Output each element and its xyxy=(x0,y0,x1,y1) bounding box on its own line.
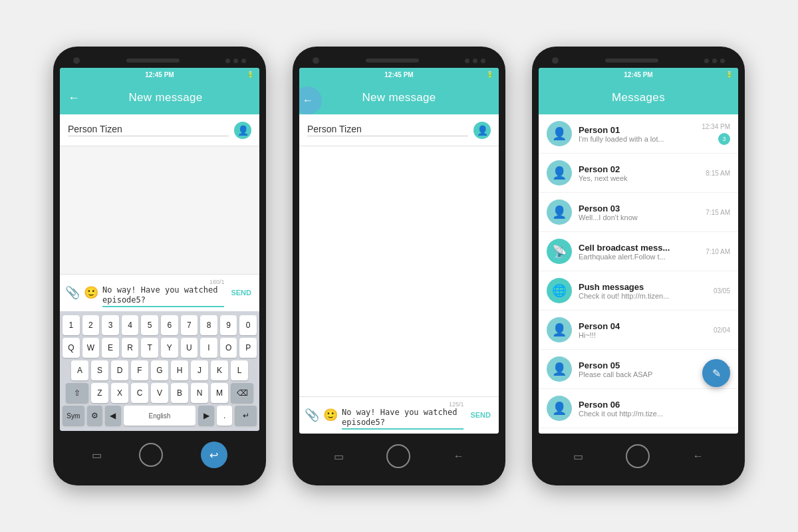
key-lang-arrow-right[interactable]: ▶ xyxy=(198,406,214,426)
key-n[interactable]: N xyxy=(191,383,208,403)
key-f[interactable]: F xyxy=(131,360,148,380)
key-w[interactable]: W xyxy=(82,338,100,358)
message-textarea-1[interactable]: No way! Have you watched episode5? xyxy=(102,285,224,307)
key-x[interactable]: X xyxy=(111,383,128,403)
compose-icon: ✎ xyxy=(712,367,721,380)
key-s[interactable]: S xyxy=(91,360,108,380)
message-textarea-2[interactable]: No way! Have you watched episode5? xyxy=(342,408,464,430)
message-input-2: 125/1 No way! Have you watched episode5? xyxy=(342,401,464,430)
list-item[interactable]: 📡 Cell broadcast mess... Earthquake aler… xyxy=(539,232,738,271)
kb-row-qwerty: Q W E R T Y U I O P xyxy=(63,338,257,358)
kb-row-numbers: 1 2 3 4 5 6 7 8 9 0 xyxy=(63,315,257,335)
key-r[interactable]: R xyxy=(122,338,139,358)
key-c[interactable]: C xyxy=(131,383,148,403)
key-h[interactable]: H xyxy=(171,360,188,380)
key-shift[interactable]: ⇧ xyxy=(66,383,88,403)
message-time: 02/04 xyxy=(714,327,730,334)
key-sym[interactable]: Sym xyxy=(63,406,84,426)
key-5[interactable]: 5 xyxy=(141,315,158,335)
home-btn-3[interactable] xyxy=(626,444,650,468)
send-button-1[interactable]: SEND xyxy=(228,286,254,299)
avatar: 👤 xyxy=(547,317,572,342)
key-4[interactable]: 4 xyxy=(122,315,139,335)
key-g[interactable]: G xyxy=(151,360,168,380)
message-meta: 12:34 PM 3 xyxy=(702,123,730,145)
globe-icon: 🌐 xyxy=(552,283,567,298)
key-i[interactable]: I xyxy=(200,338,217,358)
list-item[interactable]: 🌐 Push messages Check it out! http://m.t… xyxy=(539,271,738,311)
back-nav-btn-1[interactable]: ↩ xyxy=(201,442,227,468)
input-toolbar-2: 📎 🙂 125/1 No way! Have you watched episo… xyxy=(299,396,499,434)
list-item[interactable]: 👤 Person 04 Hi~!!! 02/04 xyxy=(539,311,738,350)
key-l[interactable]: L xyxy=(231,360,248,380)
recent-apps-btn-1[interactable]: ▭ xyxy=(92,449,102,462)
compose-fab[interactable]: ✎ xyxy=(702,359,730,387)
attach-icon-1[interactable]: 📎 xyxy=(65,285,80,300)
speaker-3 xyxy=(605,59,658,63)
avatar: 👤 xyxy=(547,160,572,186)
list-item[interactable]: 👤 Person 02 Yes, next week 8:15 AM xyxy=(539,154,738,193)
emoji-icon-1[interactable]: 🙂 xyxy=(84,285,98,300)
attach-icon-2[interactable]: 📎 xyxy=(305,408,319,422)
list-item[interactable]: 👤 Person 03 Well...I don't know 7:15 AM xyxy=(539,193,738,232)
key-j[interactable]: J xyxy=(191,360,208,380)
contact-icon-2[interactable]: 👤 xyxy=(473,122,491,139)
key-space[interactable]: English xyxy=(124,406,196,426)
key-period[interactable]: . xyxy=(217,406,233,426)
home-btn-2[interactable] xyxy=(386,444,410,468)
person-icon-1: 👤 xyxy=(237,125,249,136)
key-y[interactable]: Y xyxy=(161,338,178,358)
key-d[interactable]: D xyxy=(111,360,128,380)
key-p[interactable]: P xyxy=(239,338,257,358)
screen-title-3: Messages xyxy=(547,91,730,104)
person-icon: 👤 xyxy=(552,401,567,416)
contact-name: Cell broadcast mess... xyxy=(579,243,699,253)
key-1[interactable]: 1 xyxy=(63,315,80,335)
key-o[interactable]: O xyxy=(220,338,237,358)
key-7[interactable]: 7 xyxy=(181,315,198,335)
contact-icon-1[interactable]: 👤 xyxy=(234,122,251,139)
key-u[interactable]: U xyxy=(181,338,198,358)
key-z[interactable]: Z xyxy=(91,383,108,403)
back-button-1[interactable]: ← xyxy=(68,91,80,105)
key-q[interactable]: Q xyxy=(63,338,80,358)
person-icon: 👤 xyxy=(552,166,567,180)
recipient-input-1[interactable] xyxy=(68,124,229,136)
key-8[interactable]: 8 xyxy=(200,315,217,335)
contact-name: Person 06 xyxy=(579,400,724,410)
back-nav-btn-3[interactable]: ← xyxy=(693,450,704,462)
key-3[interactable]: 3 xyxy=(102,315,119,335)
key-k[interactable]: K xyxy=(211,360,228,380)
recent-apps-btn-2[interactable]: ▭ xyxy=(334,450,344,463)
message-item-content: Person 02 Yes, next week xyxy=(579,164,699,182)
key-lang-arrow-left[interactable]: ◀ xyxy=(105,406,121,426)
back-button-2[interactable]: ← xyxy=(299,86,322,114)
contact-name: Push messages xyxy=(579,282,707,292)
key-6[interactable]: 6 xyxy=(161,315,178,335)
emoji-icon-2[interactable]: 🙂 xyxy=(323,408,338,422)
list-item[interactable]: 👤 Person 01 I'm fully loaded with a lot.… xyxy=(539,114,738,154)
back-nav-btn-2[interactable]: ← xyxy=(454,450,464,462)
key-delete[interactable]: ⌫ xyxy=(231,383,253,403)
phone-2: 12:45 PM 🔋 ← New message 👤 📎 🙂 125/1 No … xyxy=(293,47,505,485)
key-enter[interactable]: ↵ xyxy=(235,406,257,426)
key-t[interactable]: T xyxy=(141,338,158,358)
recipient-input-2[interactable] xyxy=(307,124,468,136)
key-b[interactable]: B xyxy=(171,383,188,403)
home-btn-1[interactable] xyxy=(139,443,163,467)
key-9[interactable]: 9 xyxy=(220,315,237,335)
contact-name: Person 03 xyxy=(579,203,699,213)
app-bar-2: ← New message xyxy=(299,81,499,114)
key-0[interactable]: 0 xyxy=(239,315,257,335)
key-settings[interactable]: ⚙ xyxy=(87,406,103,426)
message-item-content: Cell broadcast mess... Earthquake alert.… xyxy=(579,243,699,261)
recent-apps-btn-3[interactable]: ▭ xyxy=(573,450,583,463)
key-a[interactable]: A xyxy=(71,360,88,380)
key-m[interactable]: M xyxy=(211,383,228,403)
key-e[interactable]: E xyxy=(102,338,119,358)
send-button-2[interactable]: SEND xyxy=(467,408,493,422)
list-item[interactable]: 👤 Person 06 Check it out http://m.tize..… xyxy=(539,389,738,428)
dots-2 xyxy=(465,59,485,63)
key-v[interactable]: V xyxy=(151,383,168,403)
key-2[interactable]: 2 xyxy=(82,315,100,335)
